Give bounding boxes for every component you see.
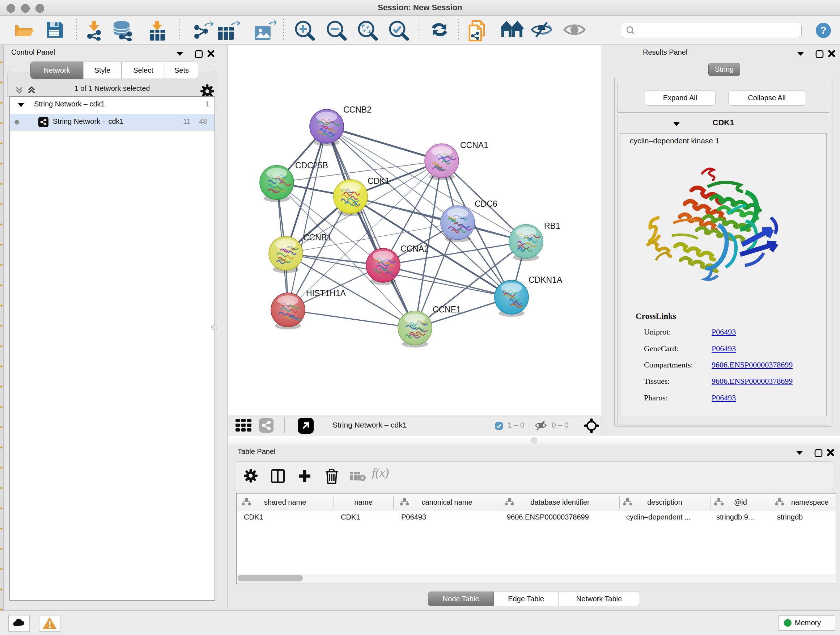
svg-text:CCNA2: CCNA2 (401, 244, 429, 253)
svg-text:CDK1: CDK1 (368, 176, 390, 186)
svg-text:CDKN1A: CDKN1A (529, 275, 562, 285)
svg-text:CCNB2: CCNB2 (343, 105, 371, 114)
svg-text:CDC6: CDC6 (475, 199, 497, 209)
svg-text:HIST1H1A: HIST1H1A (306, 288, 346, 298)
svg-text:CDC25B: CDC25B (295, 161, 328, 170)
svg-text:CCNE1: CCNE1 (433, 305, 461, 314)
svg-text:CCNA1: CCNA1 (460, 141, 488, 150)
svg-text:?: ? (820, 25, 826, 36)
svg-text:RB1: RB1 (544, 221, 561, 231)
svg-text:CCNB1: CCNB1 (303, 233, 332, 242)
